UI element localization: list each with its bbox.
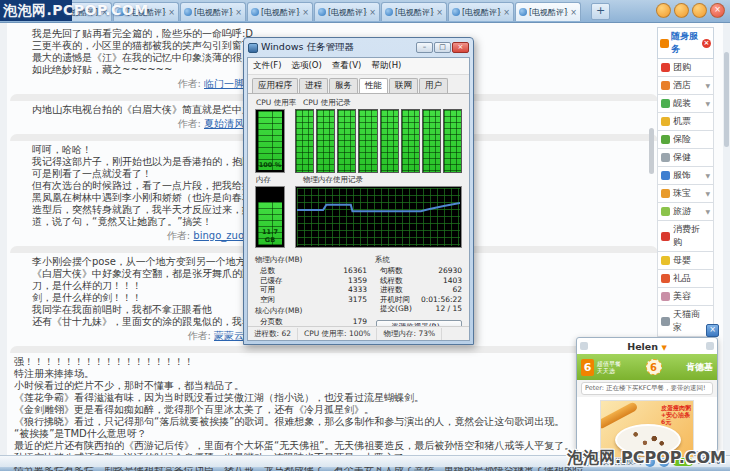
browser-action-button-1[interactable] — [656, 3, 671, 18]
memory-history-graph — [295, 186, 462, 248]
sidebar-item-health[interactable]: 保健 — [657, 149, 714, 167]
ad-title[interactable]: Helen ▼ — [627, 341, 667, 352]
sidebar-item-travel[interactable]: 旅游▼ — [657, 203, 714, 221]
cpu-history-graphs — [295, 109, 462, 173]
performance-panel: CPU 使用率 CPU 使用记录 100 % — [248, 93, 469, 336]
sidebar-item-discount[interactable]: 消费折购 — [657, 221, 714, 252]
close-button[interactable]: × — [452, 42, 469, 53]
menu-help[interactable]: 帮助(H) — [371, 60, 401, 72]
comment-line: 我是先回了贴再看完全篇的，险些乐的一命呜呼:D — [32, 28, 244, 40]
browser-tab-active[interactable]: [电视酷评]生...× — [515, 2, 581, 21]
tab-close-icon[interactable]: × — [503, 8, 510, 17]
comment-line: 剑，是什么样的剑！！！ — [32, 292, 244, 304]
sidebar-item-hotel[interactable]: 酒店▼ — [657, 77, 714, 95]
watermark-bottom: 泡泡网.PCPOP.COM — [567, 448, 726, 469]
task-manager-titlebar[interactable]: Windows 任务管理器 – □ × — [244, 38, 473, 57]
new-tab-button[interactable]: + — [591, 3, 610, 20]
menu-options[interactable]: 选项(O) — [292, 60, 322, 72]
sidebar-close-icon[interactable]: × — [702, 39, 711, 48]
window-title: Windows 任务管理器 — [261, 41, 354, 54]
tab-performance[interactable]: 性能 — [359, 78, 388, 93]
stat-row: 进程数62 — [375, 285, 462, 295]
menu-file[interactable]: 文件(F) — [253, 60, 282, 72]
chevron-down-icon: ▼ — [661, 344, 666, 352]
stat-row: 句柄数26930 — [375, 266, 462, 276]
kernel-memory-group-title: 核心内存(MB) — [255, 306, 367, 316]
tab-close-icon[interactable]: × — [570, 8, 577, 17]
scrollbar-thumb[interactable] — [724, 52, 729, 147]
task-manager-menubar: 文件(F) 选项(O) 查看(V) 帮助(H) — [248, 58, 469, 75]
tab-applications[interactable]: 应用程序 — [252, 78, 298, 93]
ad-message-area: Peter: 正在楼下买KFC早餐，要带的速回! — [577, 380, 717, 397]
browser-tab[interactable]: [电视酷评]生...× — [180, 2, 246, 21]
sidebar-header: 随身服务 × — [657, 27, 714, 59]
sidebar-item-groupbuy[interactable]: 团购 — [657, 59, 714, 77]
sidebar-item-insurance[interactable]: 保险 — [657, 131, 714, 149]
author-link[interactable]: 临门一脚 — [204, 78, 244, 89]
sidebar-scroll-handle[interactable] — [649, 128, 654, 174]
browser-tab[interactable]: [电视酷评]生...× — [247, 2, 313, 21]
sidebar-item-beauty[interactable]: 美容 — [657, 288, 714, 306]
sidebar-item-apparel[interactable]: 服饰▼ — [657, 167, 714, 185]
tab-close-icon[interactable]: × — [168, 8, 175, 17]
tab-label: [电视酷评]生... — [529, 7, 568, 18]
comment-line: 可是刚看了一点就没看了！ — [32, 168, 244, 180]
browser-tab[interactable]: [电视酷评]生...× — [448, 2, 514, 21]
stat-row: 已缓存1359 — [255, 276, 367, 286]
comment-line: 但有次选台的时候路过，看了一点片段，把我给笑晕了！ — [32, 180, 244, 192]
status-processes: 进程数: 62 — [248, 328, 298, 340]
tab-services[interactable]: 服务 — [329, 78, 358, 93]
settings-icon[interactable] — [706, 342, 714, 350]
tab-favicon-icon — [452, 8, 460, 16]
comment-author-row: 作者: 临门一脚 — [32, 78, 244, 90]
memory-history-label: 物理内存使用记录 — [303, 175, 363, 185]
sidebar-item-jewelry[interactable]: 珠宝▼ — [657, 185, 714, 203]
maximize-button[interactable]: □ — [434, 42, 451, 53]
comment-line: 内地山东电视台拍的《白眉大侠》简直就是烂中之烂! — [32, 104, 244, 116]
author-link[interactable]: bingo_zuo — [193, 230, 244, 241]
system-group-title: 系统 — [375, 255, 462, 265]
page-scrollbar[interactable] — [723, 22, 730, 455]
ad-close-button[interactable]: × — [706, 324, 719, 337]
tab-favicon-icon — [184, 8, 192, 16]
comment-line: 还有《甘十九妹》，里面女的涂的跟鬼似的，我看第一眼 — [32, 316, 244, 328]
browser-close-button[interactable]: × — [710, 3, 725, 18]
task-manager-window: Windows 任务管理器 – □ × 文件(F) 选项(O) 查看(V) 帮助… — [243, 37, 474, 345]
menu-view[interactable]: 查看(V) — [332, 60, 361, 72]
tab-close-icon[interactable]: × — [235, 8, 242, 17]
tab-close-icon[interactable]: × — [369, 8, 376, 17]
tab-users[interactable]: 用户 — [419, 78, 448, 93]
task-manager-client: 文件(F) 选项(O) 查看(V) 帮助(H) 应用程序 进程 服务 性能 联网… — [247, 57, 470, 341]
browser-action-button-3[interactable] — [692, 3, 707, 18]
sidebar-item-clothes[interactable]: 靓装▼ — [657, 95, 714, 113]
memory-gauge: 11.7 GB — [255, 186, 285, 248]
browser-action-button-2[interactable] — [674, 3, 689, 18]
chat-icon[interactable] — [580, 342, 588, 350]
minimize-button[interactable]: – — [416, 42, 433, 53]
cpu-core-history-panel — [401, 109, 420, 173]
cpu-core-history-panel — [358, 109, 377, 173]
tab-favicon-icon — [251, 8, 259, 16]
author-link[interactable]: 夏始清风 — [204, 118, 244, 129]
kfc-banner[interactable]: 6 超值早餐天天选 6 肯德基 — [577, 354, 717, 380]
tab-processes[interactable]: 进程 — [299, 78, 328, 93]
comment-author-row: 作者: 蒙蒙云 — [32, 330, 244, 342]
browser-tab[interactable]: [电视酷评]生...× — [381, 2, 447, 21]
comment-line: 三更半夜的，小区里的猫都被我的笑声勾引到窗下了，还 — [32, 40, 244, 52]
sidebar-item-baby[interactable]: 母婴 — [657, 252, 714, 270]
stat-row: 可用4333 — [255, 285, 367, 295]
comment-quote: 呵呵，哈哈！ 我记得这部片子，刚开始也以为是香港拍的，抱以满大希 可是刚看了一点… — [32, 144, 244, 242]
comment-line: 强！！！！！！！！！！！！！！！！！ — [14, 356, 654, 368]
comment-line: “被挨揍”是TMD什么意思呀？ — [14, 428, 654, 440]
tmall-icon — [661, 317, 670, 326]
tab-networking[interactable]: 联网 — [389, 78, 418, 93]
sidebar-item-gift[interactable]: 礼品 — [657, 270, 714, 288]
author-link[interactable]: 蒙蒙云 — [214, 330, 244, 341]
cpu-history-label: CPU 使用记录 — [303, 98, 351, 108]
comment-line: 《狼行拂晓》看过，只记得那句“落后就要被挨揍”的歌词。很难想象，那么多制作和参与… — [14, 416, 654, 428]
tab-close-icon[interactable]: × — [302, 8, 309, 17]
sidebar-item-flight[interactable]: 机票 — [657, 113, 714, 131]
hotel-icon — [661, 81, 670, 90]
browser-tab[interactable]: [电视酷评]生...× — [314, 2, 380, 21]
tab-close-icon[interactable]: × — [436, 8, 443, 17]
